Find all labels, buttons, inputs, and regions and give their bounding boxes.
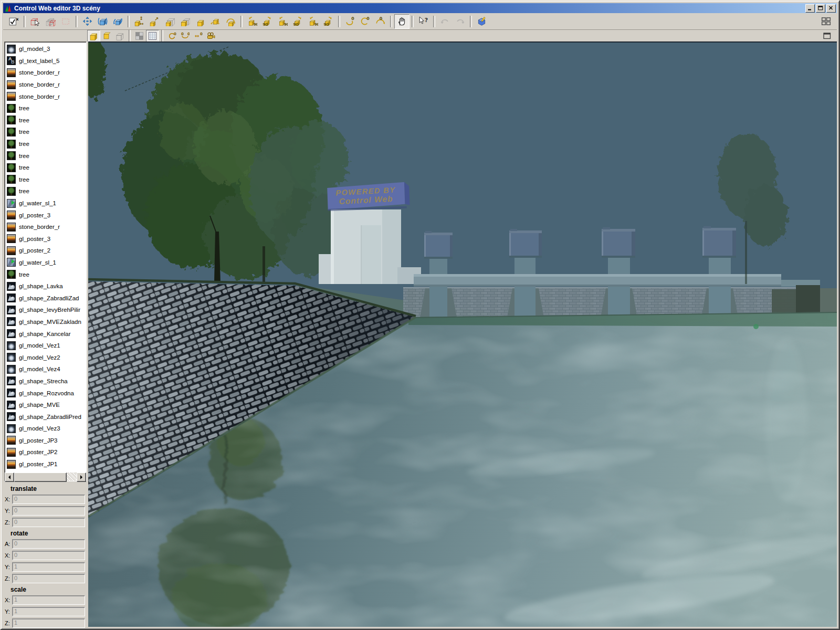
scene-object-list[interactable]: gl_model_3gl_text_label_5stone_border_rs… [4, 41, 87, 481]
scene-object-row[interactable]: gl_model_Vez3 [5, 423, 86, 435]
scene-object-row[interactable]: gl_shape_ZabradliPred [5, 411, 86, 423]
undo-button[interactable] [437, 14, 453, 29]
scene-object-row[interactable]: gl_poster_JP3 [5, 435, 86, 447]
svg-text:↔: ↔ [140, 21, 144, 26]
view-rotate-button[interactable] [110, 14, 125, 29]
scene-object-row[interactable]: gl_model_Vez1 [5, 340, 86, 352]
rotate-90-3-button[interactable]: 90 [275, 14, 290, 29]
3d-viewport[interactable]: POWERED BY Control Web [88, 41, 837, 627]
scene-object-row[interactable]: gl_poster_JP1 [5, 458, 86, 470]
scene-object-row[interactable]: gl_shape_MVE [5, 399, 86, 411]
scene-object-row[interactable]: tree [5, 102, 86, 114]
scene-object-row[interactable]: stone_border_r [5, 79, 86, 91]
redo-button[interactable] [453, 14, 468, 29]
scene-object-row[interactable]: gl_model_Vez4 [5, 363, 86, 375]
maximize-button[interactable] [816, 4, 825, 13]
titlebar[interactable]: Control Web editor 3D scény [3, 3, 837, 13]
scene-object-row[interactable]: gl_water_sl_1 [5, 257, 86, 269]
object-rotate-arc-button[interactable] [223, 14, 238, 29]
select-object-button[interactable] [28, 14, 43, 29]
camera-reset-pitch-button[interactable]: 00 [178, 30, 192, 42]
camera-reset-roll-button[interactable]: 0 [165, 30, 178, 42]
minimize-button[interactable] [805, 4, 815, 13]
scene-object-row[interactable]: gl_shape_Kancelar [5, 328, 86, 340]
rotate-a-field[interactable]: 0 [12, 539, 85, 549]
translate-x-field[interactable]: 0 [12, 495, 85, 504]
object-move-free-button[interactable]: ↗ [147, 14, 162, 29]
view-pan-button[interactable] [80, 14, 95, 29]
view-zoom-cube-button[interactable] [95, 14, 110, 29]
scene-object-row[interactable]: gl_shape_levyBrehPilir [5, 304, 86, 316]
scene-object-row[interactable]: stone_border_r [5, 90, 86, 102]
scene-object-row[interactable]: gl_shape_Strecha [5, 375, 86, 387]
render-flat-button[interactable] [100, 30, 113, 42]
scene-object-row[interactable]: gl_shape_Lavka [5, 280, 86, 292]
rotate-90-4-button[interactable]: 90 [290, 14, 306, 29]
scene-object-row[interactable]: tree [5, 138, 86, 150]
reset-rotation-z-icon: 0 [375, 16, 385, 26]
scene-object-row[interactable]: tree [5, 126, 86, 138]
scene-object-row[interactable]: gl_model_Vez2 [5, 351, 86, 363]
scene-object-row[interactable]: gl_shape_ZabradliZad [5, 292, 86, 304]
model-thumbnail-icon [7, 353, 16, 362]
render-solid-button[interactable] [87, 30, 100, 42]
scene-object-row[interactable]: tree [5, 268, 86, 280]
scene-object-row[interactable]: tree [5, 174, 86, 186]
object-scale-axis-button[interactable] [177, 14, 193, 29]
rotate-90-1-button[interactable]: 90 [245, 14, 260, 29]
translate-y-field[interactable]: 0 [12, 506, 85, 516]
pan-hand-button[interactable] [394, 14, 410, 29]
scale-y-field[interactable]: 1 [12, 607, 85, 616]
render-wireframe-button[interactable] [113, 30, 127, 42]
camera-view-button[interactable] [205, 30, 218, 42]
scene-object-row[interactable]: gl_text_label_5 [5, 55, 86, 67]
object-scale-small-button[interactable] [193, 14, 208, 29]
scene-object-row[interactable]: gl_model_3 [5, 43, 86, 55]
apply-check-button[interactable]: x [6, 14, 22, 29]
select-region-button[interactable] [58, 14, 74, 29]
rotate-x-field[interactable]: 0 [12, 551, 85, 560]
reset-rotation-z-button[interactable]: 0 [373, 14, 388, 29]
scrollbar-thumb[interactable] [14, 472, 67, 482]
object-scale-uniform-button[interactable] [162, 14, 177, 29]
select-multi-button[interactable] [43, 14, 58, 29]
reset-rotation-y-button[interactable]: 0 [358, 14, 373, 29]
grid-toggle-button[interactable] [146, 30, 159, 42]
scroll-left-button[interactable] [5, 472, 14, 482]
scene-object-row[interactable]: gl_poster_3 [5, 209, 86, 221]
camera-reset-pan-button[interactable]: ↔0 [192, 30, 205, 42]
scene-properties-button[interactable] [474, 14, 489, 29]
scroll-right-button[interactable] [77, 472, 86, 482]
rotate-90-6-button[interactable]: 90 [321, 14, 336, 29]
texture-toggle-button[interactable] [133, 30, 146, 42]
rotate-z-field[interactable]: 0 [12, 574, 85, 583]
rotate-90-5-button[interactable]: 90 [306, 14, 321, 29]
scene-object-row[interactable]: tree [5, 162, 86, 174]
rotate-90-2-button[interactable]: 90 [260, 14, 275, 29]
translate-z-field[interactable]: 0 [12, 518, 85, 527]
maximize-viewport-button[interactable] [821, 30, 834, 42]
reset-rotation-x-button[interactable]: 0 [342, 14, 358, 29]
object-rotate-button[interactable]: ↶↷ [208, 14, 223, 29]
context-help-button[interactable]: ? [416, 14, 431, 29]
scene-object-row[interactable]: tree [5, 185, 86, 197]
scene-object-row[interactable]: gl_shape_MVEZakladn [5, 316, 86, 328]
viewport-layout-button[interactable] [818, 14, 834, 29]
scale-z-field[interactable]: 1 [12, 618, 85, 628]
scene-object-row[interactable]: gl_poster_JP2 [5, 446, 86, 458]
scene-object-row[interactable]: gl_water_sl_1 [5, 197, 86, 209]
scene-object-row[interactable]: tree [5, 150, 86, 162]
scene-object-row[interactable]: stone_border_r [5, 221, 86, 233]
scene-object-row[interactable]: stone_border_r [5, 67, 86, 79]
scene-object-row[interactable]: gl_poster_3 [5, 233, 86, 245]
scrollbar-track[interactable] [67, 472, 77, 481]
scene-object-row[interactable]: tree [5, 114, 86, 127]
scale-x-field[interactable]: 1 [12, 595, 85, 605]
tree-thumbnail-icon [7, 175, 16, 184]
scene-object-row[interactable]: gl_poster_2 [5, 245, 86, 257]
list-horizontal-scrollbar[interactable] [5, 472, 86, 481]
scene-object-row[interactable]: gl_shape_Rozvodna [5, 387, 86, 399]
object-move-axis-button[interactable]: ↕↔ [132, 14, 147, 29]
rotate-y-field[interactable]: 1 [12, 562, 85, 572]
close-button[interactable] [826, 4, 836, 13]
